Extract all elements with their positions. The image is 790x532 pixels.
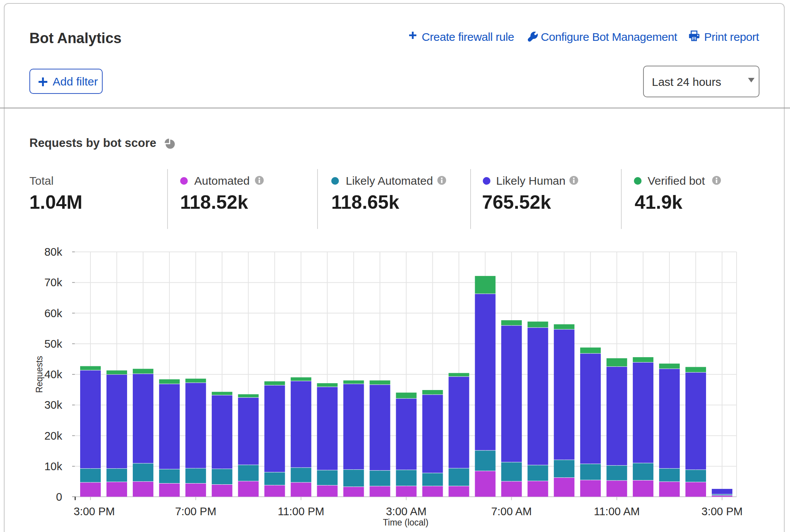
svg-text:40k: 40k: [44, 368, 62, 380]
svg-text:3:00 AM: 3:00 AM: [386, 505, 426, 517]
svg-text:7:00 AM: 7:00 AM: [491, 505, 532, 517]
svg-text:0: 0: [56, 491, 62, 503]
svg-text:11:00 AM: 11:00 AM: [594, 505, 640, 517]
svg-text:70k: 70k: [44, 276, 62, 289]
svg-text:Requests: Requests: [34, 356, 44, 393]
svg-text:20k: 20k: [44, 430, 62, 442]
svg-text:60k: 60k: [44, 307, 62, 319]
svg-text:Time (local): Time (local): [383, 517, 428, 527]
svg-text:3:00 PM: 3:00 PM: [74, 505, 115, 517]
svg-text:10k: 10k: [44, 460, 62, 472]
svg-text:30k: 30k: [44, 399, 62, 411]
svg-text:3:00 PM: 3:00 PM: [701, 505, 743, 517]
svg-text:11:00 PM: 11:00 PM: [278, 505, 324, 517]
svg-text:80k: 80k: [44, 246, 62, 258]
svg-text:7:00 PM: 7:00 PM: [175, 505, 216, 517]
svg-text:50k: 50k: [44, 338, 62, 350]
